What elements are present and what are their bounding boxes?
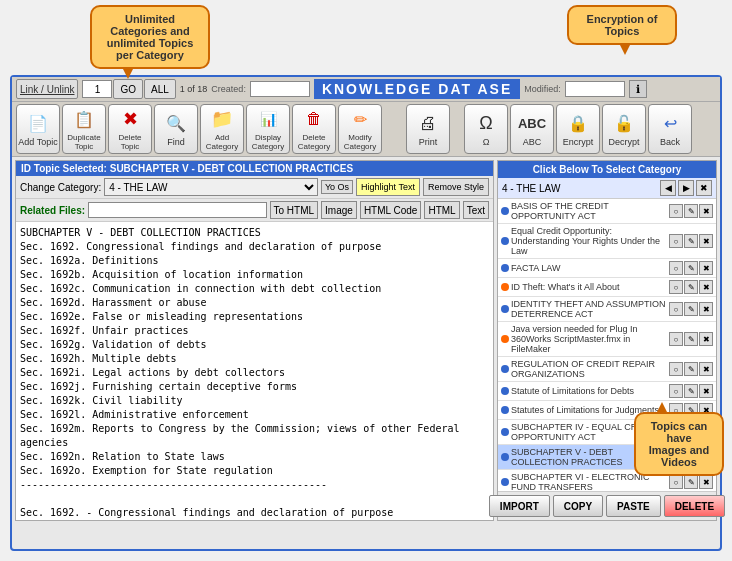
topic-list-item[interactable]: BASIS OF THE CREDIT OPPORTUNITY ACT○✎✖ [498, 199, 716, 224]
add-topic-icon: 📄 [26, 111, 50, 135]
copy-button[interactable]: COPY [553, 495, 603, 517]
topic-action-btn[interactable]: ✎ [684, 384, 698, 398]
topic-action-btn[interactable]: ✎ [684, 302, 698, 316]
html-button[interactable]: HTML [424, 201, 459, 219]
delete-category-button[interactable]: 🗑 DeleteCategory [292, 104, 336, 154]
topic-name: Statute of Limitations for Debts [511, 386, 667, 396]
go-button[interactable]: GO [113, 79, 143, 99]
add-topic-button[interactable]: 📄 Add Topic [16, 104, 60, 154]
change-category-select[interactable]: 4 - THE LAW [104, 178, 318, 196]
topic-action-btn[interactable]: ✖ [699, 384, 713, 398]
topic-list-item[interactable]: IDENTITY THEFT AND ASSUMPTION DETERRENCE… [498, 297, 716, 322]
change-category-label: Change Category: [20, 182, 101, 193]
abc-button[interactable]: ABC ABC [510, 104, 554, 154]
modified-date[interactable] [565, 81, 625, 97]
category-right-btn[interactable]: ▶ [678, 180, 694, 196]
nav-input[interactable] [82, 80, 112, 98]
created-date[interactable] [250, 81, 310, 97]
topic-action-btn[interactable]: ○ [669, 204, 683, 218]
duplicate-topic-button[interactable]: 📋 DuplicateTopic [62, 104, 106, 154]
topic-list-item[interactable]: REGULATION OF CREDIT REPAIR ORGANIZATION… [498, 357, 716, 382]
topic-action-btn[interactable]: ✖ [699, 204, 713, 218]
topic-action-btn[interactable]: ✖ [699, 475, 713, 489]
html-code-button[interactable]: HTML Code [360, 201, 422, 219]
topic-list-item[interactable]: Java version needed for Plug In 360Works… [498, 322, 716, 357]
add-category-icon: 📁 [210, 107, 234, 131]
topic-action-btn[interactable]: ✎ [684, 332, 698, 346]
display-category-button[interactable]: 📊 DisplayCategory [246, 104, 290, 154]
display-category-icon: 📊 [256, 107, 280, 131]
print-icon: 🖨 [416, 111, 440, 135]
find-button[interactable]: 🔍 Find [154, 104, 198, 154]
omega-icon: Ω [474, 111, 498, 135]
topic-action-btn[interactable]: ✖ [699, 280, 713, 294]
info-button[interactable]: ℹ [629, 80, 647, 98]
main-content: ID Topic Selected: SUBCHAPTER V - DEBT C… [12, 157, 720, 524]
modify-category-icon: ✏ [348, 107, 372, 131]
topic-list-item[interactable]: Statute of Limitations for Debts○✎✖ [498, 382, 716, 401]
encrypt-button[interactable]: 🔒 Encrypt [556, 104, 600, 154]
category-bar: Change Category: 4 - THE LAW Yo Os Highl… [16, 176, 493, 199]
topic-action-btn[interactable]: ○ [669, 475, 683, 489]
image-button[interactable]: Image [321, 201, 357, 219]
modify-category-button[interactable]: ✏ ModifyCategory [338, 104, 382, 154]
topic-action-btn[interactable]: ✖ [699, 234, 713, 248]
delete-button[interactable]: DELETE [664, 495, 725, 517]
topic-action-btn[interactable]: ✎ [684, 234, 698, 248]
topic-action-btn[interactable]: ○ [669, 384, 683, 398]
topic-action-btn[interactable]: ✖ [699, 302, 713, 316]
category-x-btn[interactable]: ✖ [696, 180, 712, 196]
topic-list-item[interactable]: Equal Credit Opportunity: Understanding … [498, 224, 716, 259]
topic-actions: ○✎✖ [669, 332, 713, 346]
right-category-label: 4 - THE LAW [502, 183, 560, 194]
topic-action-btn[interactable]: ✎ [684, 362, 698, 376]
left-panel: ID Topic Selected: SUBCHAPTER V - DEBT C… [15, 160, 494, 521]
content-area[interactable]: SUBCHAPTER V - DEBT COLLECTION PRACTICES… [16, 222, 493, 520]
topic-action-btn[interactable]: ✖ [699, 261, 713, 275]
topic-actions: ○✎✖ [669, 204, 713, 218]
topic-action-btn[interactable]: ○ [669, 261, 683, 275]
topic-action-btn[interactable]: ○ [669, 332, 683, 346]
back-button[interactable]: ↩ Back [648, 104, 692, 154]
remove-style-button[interactable]: Remove Style [423, 178, 489, 196]
import-button[interactable]: IMPORT [489, 495, 550, 517]
topic-action-btn[interactable]: ○ [669, 362, 683, 376]
category-left-btn[interactable]: ◀ [660, 180, 676, 196]
topic-action-btn[interactable]: ✖ [699, 362, 713, 376]
topic-bullet [501, 478, 509, 486]
delete-topic-button[interactable]: ✖ DeleteTopic [108, 104, 152, 154]
yo-button[interactable]: Yo Os [321, 180, 353, 194]
topic-bullet [501, 207, 509, 215]
created-label: Created: [211, 84, 246, 94]
decrypt-button[interactable]: 🔓 Decrypt [602, 104, 646, 154]
add-category-button[interactable]: 📁 AddCategory [200, 104, 244, 154]
decrypt-icon: 🔓 [612, 111, 636, 135]
omega-button[interactable]: Ω Ω [464, 104, 508, 154]
to-html-button[interactable]: To HTML [270, 201, 319, 219]
topic-action-btn[interactable]: ✖ [699, 332, 713, 346]
related-files-input[interactable] [88, 202, 266, 218]
topic-actions: ○✎✖ [669, 234, 713, 248]
topic-list-item[interactable]: ID Theft: What's it All About○✎✖ [498, 278, 716, 297]
app-title: KNOWLEDGE DAT ASE [314, 79, 520, 99]
right-panel-header: Click Below To Select Category [498, 161, 716, 178]
topic-bar: ID Topic Selected: SUBCHAPTER V - DEBT C… [16, 161, 493, 176]
highlight-text-button[interactable]: Highlight Text [356, 178, 420, 196]
topic-action-btn[interactable]: ✎ [684, 475, 698, 489]
topic-action-btn[interactable]: ○ [669, 234, 683, 248]
topic-action-btn[interactable]: ✎ [684, 261, 698, 275]
topic-action-btn[interactable]: ✎ [684, 280, 698, 294]
bottom-bar: IMPORT COPY PASTE DELETE [498, 491, 716, 520]
topic-action-btn[interactable]: ○ [669, 280, 683, 294]
paste-button[interactable]: PASTE [606, 495, 661, 517]
related-files-label: Related Files: [20, 205, 85, 216]
all-button[interactable]: ALL [144, 79, 176, 99]
text-button[interactable]: Text [463, 201, 489, 219]
topic-action-btn[interactable]: ✎ [684, 204, 698, 218]
topic-action-btn[interactable]: ○ [669, 302, 683, 316]
link-unlink-button[interactable]: Link / Unlink [16, 79, 78, 99]
topic-list-item[interactable]: FACTA LAW○✎✖ [498, 259, 716, 278]
topic-bullet [501, 453, 509, 461]
print-button[interactable]: 🖨 Print [406, 104, 450, 154]
topic-name: BASIS OF THE CREDIT OPPORTUNITY ACT [511, 201, 667, 221]
